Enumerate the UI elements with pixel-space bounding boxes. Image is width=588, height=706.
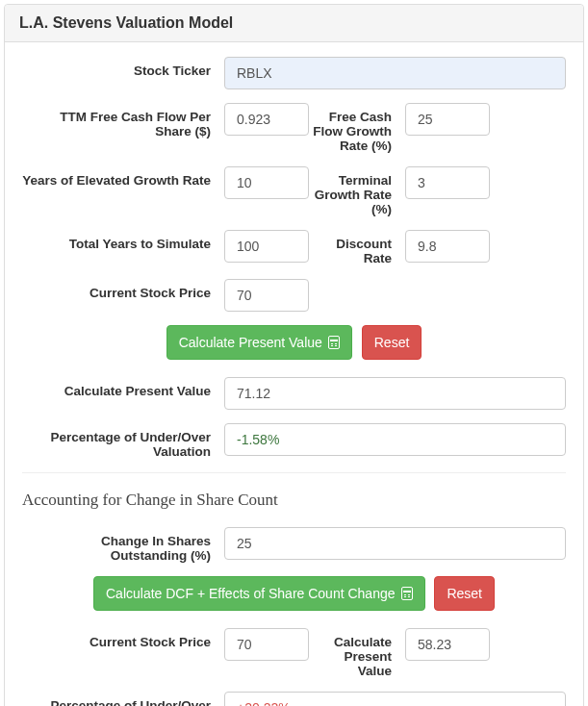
ticker-input[interactable] — [224, 57, 566, 89]
present-value-2-output — [405, 628, 490, 661]
fcf-growth-input[interactable] — [405, 103, 490, 136]
change-shares-input[interactable] — [224, 527, 566, 560]
label-fcf-growth: Free Cash Flow Growth Rate (%) — [309, 103, 405, 153]
terminal-rate-input[interactable] — [405, 166, 490, 199]
label-calc-pv: Calculate Present Value — [22, 377, 224, 398]
total-years-input[interactable] — [224, 230, 309, 263]
label-terminal-rate: Terminal Growth Rate (%) — [309, 166, 405, 216]
current-price-input[interactable] — [224, 279, 309, 312]
label-discount-rate: Discount Rate — [309, 230, 405, 265]
panel-title: L.A. Stevens Valuation Model — [19, 14, 233, 31]
pct-under-over-output — [224, 423, 566, 456]
label-ticker: Stock Ticker — [22, 57, 224, 78]
label-fcf-per-share: TTM Free Cash Flow Per Share ($) — [22, 103, 224, 139]
label-current-price: Current Stock Price — [22, 279, 224, 300]
section-share-count-title: Accounting for Change in Share Count — [22, 491, 566, 510]
label-total-years: Total Years to Simulate — [22, 230, 224, 251]
label-pct-uo-2: Percentage of Under/Over Valuation — [22, 692, 224, 706]
calculate-pv-label: Calculate Present Value — [179, 333, 322, 352]
calculator-icon — [328, 336, 340, 349]
label-calc-pv-2: Calculate Present Value — [309, 628, 405, 678]
calculate-dcf-label: Calculate DCF + Effects of Share Count C… — [106, 584, 396, 603]
reset-label: Reset — [374, 333, 410, 352]
reset-button-2[interactable]: Reset — [434, 576, 495, 611]
fcf-per-share-input[interactable] — [224, 103, 309, 136]
calculator-icon — [401, 587, 413, 600]
panel-header: L.A. Stevens Valuation Model — [5, 5, 583, 42]
calculate-pv-button[interactable]: Calculate Present Value — [166, 325, 352, 360]
reset-button[interactable]: Reset — [362, 325, 422, 360]
valuation-panel: L.A. Stevens Valuation Model Stock Ticke… — [4, 4, 584, 706]
label-current-price-2: Current Stock Price — [22, 628, 224, 649]
divider — [22, 472, 566, 473]
label-pct-uo: Percentage of Under/Over Valuation — [22, 423, 224, 459]
present-value-output — [224, 377, 566, 410]
years-elevated-input[interactable] — [224, 166, 309, 199]
pct-under-over-2-output — [224, 692, 566, 706]
reset-label-2: Reset — [447, 584, 482, 603]
current-price-2-output — [224, 628, 309, 661]
calculate-dcf-button[interactable]: Calculate DCF + Effects of Share Count C… — [93, 576, 425, 611]
label-years-elevated: Years of Elevated Growth Rate — [22, 166, 224, 188]
discount-rate-input[interactable] — [405, 230, 490, 263]
label-change-shares: Change In Shares Outstanding (%) — [22, 527, 224, 563]
panel-body: Stock Ticker TTM Free Cash Flow Per Shar… — [5, 42, 583, 706]
